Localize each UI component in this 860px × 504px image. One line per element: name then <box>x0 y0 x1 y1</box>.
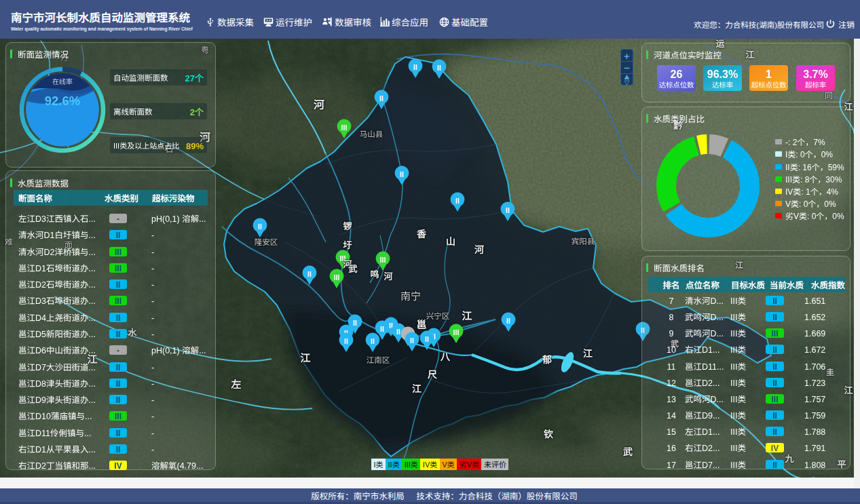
svg-text:III: III <box>453 328 460 336</box>
svg-text:III: III <box>341 123 348 132</box>
svg-text:II: II <box>437 64 441 72</box>
svg-text:II: II <box>410 336 414 345</box>
svg-text:II: II <box>506 206 510 214</box>
svg-text:II: II <box>353 319 357 327</box>
svg-text:III: III <box>334 273 340 282</box>
svg-text:II: II <box>425 335 429 343</box>
svg-text:II: II <box>380 325 384 333</box>
svg-text:II: II <box>258 222 262 231</box>
svg-text:II: II <box>379 94 384 102</box>
svg-text:II: II <box>396 328 400 336</box>
svg-text:III: III <box>380 256 386 264</box>
svg-text:II: II <box>400 170 404 178</box>
svg-text:II: II <box>344 337 348 345</box>
svg-text:在线率: 在线率 <box>52 76 73 86</box>
svg-text:92.6%: 92.6% <box>45 91 80 109</box>
svg-text:II: II <box>307 270 312 278</box>
svg-text:II: II <box>506 317 510 325</box>
svg-text:II: II <box>413 63 417 71</box>
svg-text:II: II <box>371 337 375 345</box>
svg-text:II: II <box>455 197 460 205</box>
